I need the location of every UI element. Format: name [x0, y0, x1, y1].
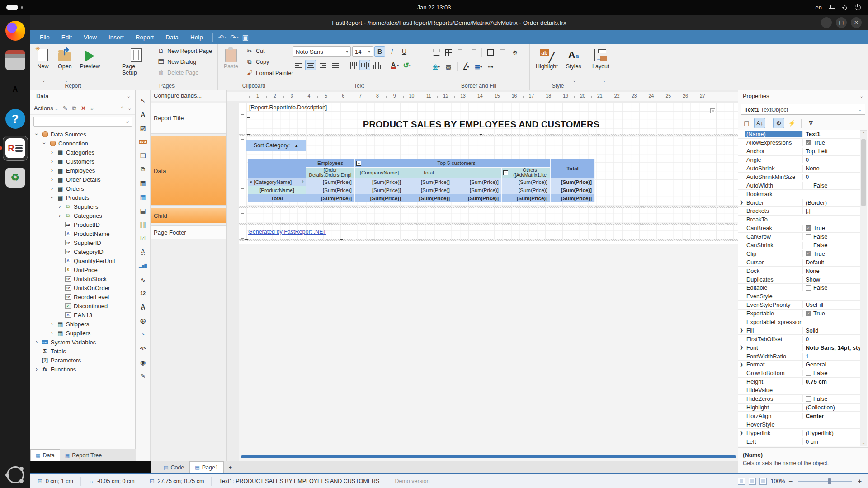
undo-button[interactable]: ↶▾	[217, 33, 229, 42]
checkbox-icon[interactable]	[806, 234, 811, 239]
band-data[interactable]: Data	[151, 136, 226, 206]
tree-item-employees[interactable]: ›▦Employees	[30, 166, 135, 175]
selection-handle[interactable]	[480, 132, 482, 135]
selection-handle[interactable]	[480, 117, 482, 119]
line-width-button[interactable]: ≣▾	[473, 61, 484, 72]
property-value[interactable]: ✓True	[802, 139, 860, 146]
border-right-button[interactable]	[467, 47, 478, 58]
page-tab-code[interactable]: ▤Code	[159, 462, 189, 473]
zoom-slider-handle[interactable]	[828, 478, 831, 484]
checkbox-icon[interactable]: ✓	[806, 140, 811, 145]
tree-expander-icon[interactable]: ›	[49, 321, 55, 327]
new-dialog-button[interactable]: 🗔New Dialog	[155, 57, 215, 66]
property-row-evenstyle[interactable]: EvenStyle	[738, 292, 860, 301]
fastreport-dock-item[interactable]: R	[3, 136, 28, 160]
matrix-total-sum-cell[interactable]: [Sum(Price)]	[404, 194, 453, 202]
maximize-button[interactable]: ▢	[836, 17, 847, 28]
property-value[interactable]: False	[802, 284, 860, 291]
font-name-select[interactable]: Noto Sans▾	[293, 46, 351, 57]
band-object[interactable]: ▤	[137, 204, 149, 218]
checkbox-icon[interactable]: ✓	[806, 311, 811, 316]
pointer-tool[interactable]: ↖	[137, 94, 149, 108]
tree-expander-icon[interactable]: ›	[34, 366, 39, 372]
page-view-facing-icon[interactable]	[760, 478, 767, 485]
property-value[interactable]: Show	[802, 276, 860, 283]
property-row-breakto[interactable]: BreakTo	[738, 216, 860, 224]
power-icon[interactable]	[855, 5, 861, 10]
matrix-category-row-header[interactable]: ▾[CategoryName]⇕	[248, 178, 306, 186]
checkbox-icon[interactable]: ✓	[806, 225, 811, 231]
checkbox-icon[interactable]	[806, 285, 811, 291]
report-page[interactable]	[239, 103, 738, 449]
layout-button[interactable]: Layout	[589, 46, 613, 72]
property-row-autowidth[interactable]: AutoWidthFalse	[738, 181, 860, 190]
alphabetical-view-button[interactable]: A↓	[754, 118, 765, 128]
property-value[interactable]: False	[802, 395, 860, 402]
property-row-evenstylepriority[interactable]: EvenStylePriorityUseFill	[738, 301, 860, 310]
ubuntu-logo-icon[interactable]	[7, 466, 24, 483]
scroll-up-icon[interactable]: ⌃	[860, 131, 867, 136]
system-clock[interactable]: Jan 22 13:03	[0, 4, 868, 11]
preview-button[interactable]: Preview	[77, 46, 103, 72]
firefox-dock-item[interactable]	[3, 19, 28, 43]
matrix-sum-cell[interactable]: [Sum(Price)]	[306, 178, 355, 186]
sort-category-button[interactable]: Sort Category:▲	[246, 140, 306, 151]
properties-scrollbar[interactable]: ⌃ ⌄	[860, 130, 867, 446]
expander-icon[interactable]: ❯	[738, 345, 745, 350]
close-button[interactable]: ✕	[851, 17, 862, 28]
underline-button[interactable]: U	[399, 46, 410, 57]
tree-item-suppliers[interactable]: ›⧉Suppliers	[30, 202, 135, 211]
left-tab-report-tree[interactable]: ▦Report Tree	[60, 450, 107, 461]
delete-datasource-icon[interactable]: ✕	[81, 105, 86, 112]
matrix-total-sum-cell[interactable]: [Sum(Price)]	[355, 194, 404, 202]
matrix-total-row-header[interactable]: Total	[248, 194, 306, 202]
digital-signature-object[interactable]: 12	[137, 286, 149, 300]
line-color-button[interactable]: ╱▾	[461, 61, 472, 72]
text-object[interactable]: A	[137, 108, 149, 122]
tree-item-unitprice[interactable]: $UnitPrice	[30, 265, 135, 274]
keyboard-layout-indicator[interactable]: en	[816, 4, 822, 11]
matrix-top5-header[interactable]: −Top 5 customers	[355, 159, 551, 168]
tree-item-shippers[interactable]: ›▦Shippers	[30, 319, 135, 328]
page-view-continuous-icon[interactable]	[749, 478, 756, 485]
save-button[interactable]: ▣	[241, 33, 250, 42]
menu-file[interactable]: File	[34, 32, 56, 43]
property-row-dock[interactable]: DockNone	[738, 267, 860, 275]
band-separator[interactable]	[239, 134, 738, 136]
format-painter-button[interactable]: 🖌Format Painter	[243, 68, 296, 78]
tree-item-productid[interactable]: 12ProductID	[30, 220, 135, 229]
property-row-clip[interactable]: Clip✓True	[738, 249, 860, 258]
property-row-anchor[interactable]: AnchorTop, Left	[738, 147, 860, 156]
matrix-sum-cell[interactable]: [Sum(Price)]	[404, 186, 453, 194]
canvas-horizontal-scrollbar[interactable]	[241, 455, 736, 458]
files-dock-item[interactable]	[3, 48, 28, 72]
property-row-growtobottom[interactable]: GrowToBottomFalse	[738, 369, 860, 378]
network-icon[interactable]	[829, 5, 835, 10]
matrix-sum-cell[interactable]: [Sum(Price)]	[453, 178, 502, 186]
tree-item-suppliers[interactable]: ›▦Suppliers	[30, 328, 135, 338]
band-report-title[interactable]: Report Title	[151, 103, 226, 134]
border-settings-button[interactable]: ⚙	[509, 47, 520, 58]
property-value[interactable]: Center	[802, 413, 860, 419]
category-sort-icon[interactable]: ⇕	[301, 180, 306, 184]
zipcode-object[interactable]: A	[137, 300, 149, 314]
checkbox-icon[interactable]	[806, 371, 811, 376]
new-button[interactable]: New	[33, 46, 53, 72]
tree-item-order-details[interactable]: ›▦Order Details	[30, 175, 135, 184]
matrix-empty-header[interactable]	[453, 168, 502, 178]
tree-item-connection[interactable]: ›Connection	[30, 139, 135, 148]
rfid-object[interactable]: ◉	[137, 356, 149, 370]
menu-view[interactable]: View	[78, 32, 103, 43]
property-row-fontwidthratio[interactable]: FontWidthRatio1	[738, 352, 860, 361]
matrix-employees-header[interactable]: Employees	[306, 159, 355, 168]
property-value[interactable]: 0.75 cm	[802, 378, 860, 385]
description-text-object[interactable]: [Report.ReportInfo.Description]	[249, 104, 327, 111]
property-value[interactable]: Top, Left	[802, 148, 860, 155]
property-value[interactable]: (Hyperlink)	[802, 430, 860, 436]
property-value[interactable]: ✓True	[802, 225, 860, 231]
property-value[interactable]: (Border)	[802, 199, 860, 206]
cut-button[interactable]: ✂Cut	[243, 46, 296, 56]
matrix-total-sum-cell[interactable]: [Sum(Price)]	[502, 194, 551, 202]
delete-page-button[interactable]: 🗑Delete Page	[155, 68, 215, 77]
property-value[interactable]: False	[802, 233, 860, 240]
